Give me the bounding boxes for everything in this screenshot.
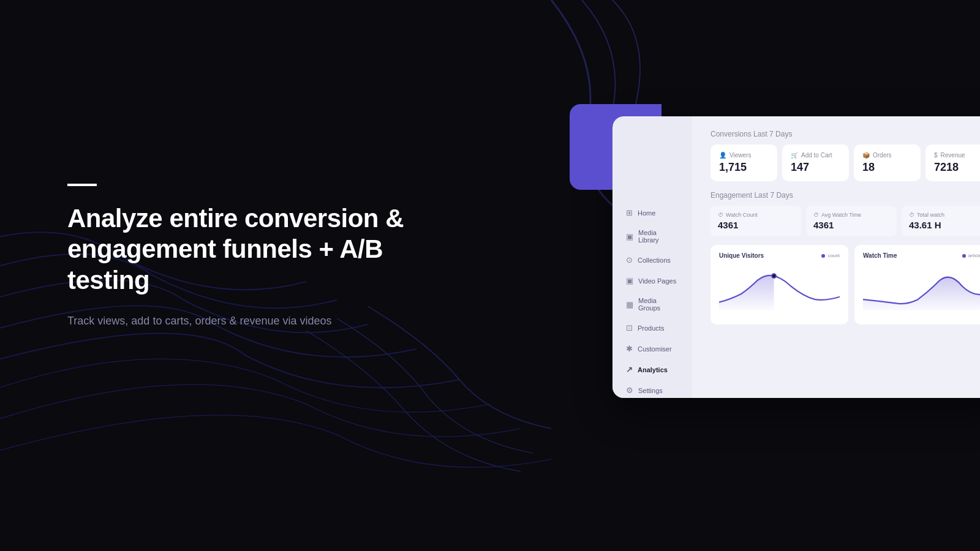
charts-row: Unique Visitors count [710, 245, 980, 324]
settings-label: Settings [638, 387, 663, 394]
sidebar-item-media-groups[interactable]: ▦ Media Groups [616, 291, 688, 317]
metric-card-revenue: $ Revenue 7218 [925, 144, 980, 181]
engagement-section: Engagement Last 7 Days ⏱ Watch Count 436… [710, 191, 980, 236]
sidebar-item-media-library[interactable]: ▣ Media Library [616, 223, 688, 249]
media-groups-icon: ▦ [626, 300, 633, 309]
media-library-label: Media Library [638, 229, 679, 244]
metric-card-viewers: 👤 Viewers 1,715 [710, 144, 777, 181]
viewers-label: Viewers [729, 152, 751, 159]
watch-count-icon: ⏱ [718, 212, 723, 218]
cart-label: Add to Cart [801, 152, 832, 159]
eng-card-watch-count: ⏱ Watch Count 4361 [710, 206, 801, 236]
avg-watch-value: 4361 [813, 220, 889, 230]
home-label: Home [638, 209, 655, 217]
eng-card-avg-watch-time: ⏱ Avg Watch Time 4361 [806, 206, 897, 236]
video-pages-label: Video Pages [638, 277, 676, 285]
conversions-metrics-row: 👤 Viewers 1,715 🛒 Add to Cart 147 [710, 144, 980, 181]
unique-visitors-title: Unique Visitors [719, 252, 764, 259]
customiser-label: Customiser [638, 345, 672, 353]
sidebar-item-video-pages[interactable]: ▣ Video Pages [616, 271, 688, 291]
unique-visitors-legend: count [821, 253, 840, 258]
sidebar-item-analytics[interactable]: ↗ Analytics [616, 359, 688, 380]
customiser-icon: ✱ [626, 344, 633, 353]
revenue-icon: $ [934, 152, 938, 159]
settings-icon: ⚙ [626, 386, 633, 395]
eng-card-total-watch: ⏱ Total watch 43.61 H [902, 206, 980, 236]
engagement-title: Engagement Last 7 Days [710, 191, 980, 200]
total-watch-value: 43.61 H [909, 220, 980, 230]
main-headline: Analyze entire conversion & engagement f… [67, 203, 466, 296]
cart-icon: 🛒 [791, 152, 798, 159]
media-library-icon: ▣ [626, 232, 633, 241]
media-groups-label: Media Groups [638, 297, 679, 312]
sidebar-item-products[interactable]: ⊡ Products [616, 318, 688, 338]
viewers-value: 1,715 [719, 161, 769, 174]
conversions-title: Conversions Last 7 Days [710, 130, 980, 138]
sidebar-item-home[interactable]: ⊞ Home [616, 203, 688, 223]
watch-time-legend: articles [962, 253, 980, 258]
products-label: Products [638, 324, 664, 332]
dashboard-card: ⊞ Home ▣ Media Library ⊙ Collections ▣ V… [612, 116, 980, 398]
engagement-metrics-row: ⏱ Watch Count 4361 ⏱ Avg Watch Time 4361 [710, 206, 980, 236]
main-subheadline: Track views, add to carts, orders & reve… [67, 313, 466, 329]
revenue-value: 7218 [934, 161, 980, 174]
analytics-label: Analytics [638, 366, 668, 373]
revenue-label: Revenue [941, 152, 965, 159]
orders-icon: 📦 [862, 152, 870, 159]
conversions-section: Conversions Last 7 Days 👤 Viewers 1,715 … [710, 130, 980, 181]
svg-point-0 [772, 274, 776, 278]
collections-label: Collections [638, 257, 671, 264]
avg-watch-label: Avg Watch Time [821, 212, 861, 218]
metric-card-add-to-cart: 🛒 Add to Cart 147 [782, 144, 849, 181]
collections-icon: ⊙ [626, 255, 633, 264]
sidebar-item-collections[interactable]: ⊙ Collections [616, 250, 688, 270]
total-watch-icon: ⏱ [909, 212, 914, 218]
sidebar-nav: ⊞ Home ▣ Media Library ⊙ Collections ▣ V… [612, 203, 692, 398]
chart-unique-visitors: Unique Visitors count [710, 245, 848, 324]
orders-value: 18 [862, 161, 912, 174]
cart-value: 147 [791, 161, 840, 174]
sidebar-item-customiser[interactable]: ✱ Customiser [616, 339, 688, 359]
viewers-icon: 👤 [719, 152, 726, 159]
watch-count-label: Watch Count [726, 212, 758, 218]
video-pages-icon: ▣ [626, 276, 633, 285]
orders-label: Orders [873, 152, 892, 159]
unique-visitors-chart [719, 264, 840, 316]
total-watch-label: Total watch [917, 212, 944, 218]
dashboard-wrapper: ⊞ Home ▣ Media Library ⊙ Collections ▣ V… [570, 104, 980, 404]
watch-count-value: 4361 [718, 220, 794, 230]
sidebar-item-settings[interactable]: ⚙ Settings [616, 380, 688, 398]
products-icon: ⊡ [626, 323, 633, 332]
analytics-icon: ↗ [626, 365, 633, 374]
watch-time-title: Watch Time [863, 252, 897, 259]
chart-watch-time: Watch Time articles [854, 245, 980, 324]
home-icon: ⊞ [626, 208, 633, 217]
left-panel: Analyze entire conversion & engagement f… [67, 184, 466, 329]
metric-card-orders: 📦 Orders 18 [854, 144, 921, 181]
watch-time-chart [863, 264, 980, 316]
avg-watch-icon: ⏱ [813, 212, 819, 218]
divider [67, 184, 97, 186]
